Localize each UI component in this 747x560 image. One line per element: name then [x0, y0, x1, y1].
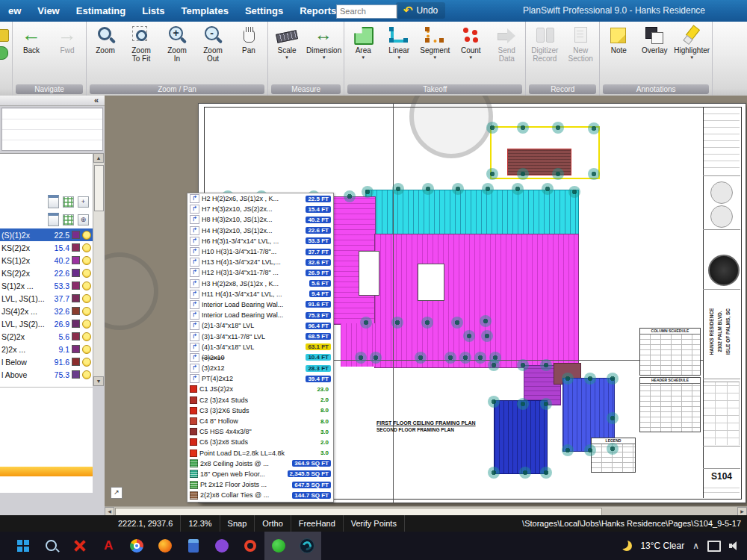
legend-row[interactable]: 2x8 Ceiling Joists @ ... 364.9 SQ FT [187, 458, 333, 469]
sidebar-takeoff-item[interactable]: S(1)2x ... 53.3 [0, 279, 93, 292]
legend-row[interactable]: H6 H(3)1-3/4"x14" LVL, ... 53.3 FT [187, 236, 333, 246]
ribbon-button[interactable]: Segment ▼ [417, 23, 453, 60]
ribbon-button[interactable]: Highlighter ▼ [672, 23, 711, 60]
visibility-bulb-icon[interactable] [82, 307, 91, 316]
sidebar-takeoff-item[interactable]: S(2)2x 5.6 [0, 330, 93, 343]
taskbar-app-button[interactable] [264, 532, 293, 560]
sidebar-takeoff-item[interactable]: JS(4)2x ... 32.6 [0, 305, 93, 317]
status-toggle[interactable]: Snap [220, 515, 255, 532]
ribbon-button[interactable]: Zoom ▼ [87, 23, 123, 55]
legend-row[interactable]: PT(4)2x12 39.4 FT [187, 373, 333, 384]
scroll-up-icon[interactable]: ▲ [93, 153, 104, 163]
status-toggle[interactable]: Ortho [255, 515, 291, 532]
legend-row[interactable]: Interior Load Bearing Wal... 75.3 FT [187, 310, 333, 320]
legend-row[interactable]: C1 JS(2)2x 23.0 [187, 384, 333, 394]
ribbon-button[interactable]: Overlay ▼ [636, 23, 672, 55]
takeoff-region-magenta[interactable] [374, 234, 579, 368]
legend-row[interactable]: H13 H(4)1-3/4"x24" LVL,... 32.6 FT [187, 257, 333, 267]
legend-row[interactable]: (3)1-3/4"x11-7/8" LVL 68.5 FT [187, 331, 333, 341]
visibility-bulb-icon[interactable] [82, 370, 91, 379]
visibility-bulb-icon[interactable] [82, 269, 91, 278]
taskbar-app-button[interactable] [66, 532, 94, 560]
legend-row[interactable]: H3 H(2)2x8, JS(1)2x , K... 5.6 FT [187, 279, 333, 289]
ribbon-button[interactable]: Digitizer Record ▼ [527, 23, 562, 63]
taskbar-app-button[interactable] [236, 532, 264, 560]
window-icon[interactable] [48, 195, 59, 208]
ribbon-button[interactable]: Fwd ▼ [49, 23, 85, 55]
visibility-bulb-icon[interactable] [82, 243, 91, 252]
legend-row[interactable]: H11 H(4)1-3/4"x14" LVL, ... 9.4 FT [187, 289, 333, 299]
visibility-bulb-icon[interactable] [82, 332, 91, 341]
menu-item[interactable]: View [29, 0, 67, 22]
scrollbar-thumb[interactable] [94, 165, 104, 211]
expand-arrow-icon[interactable]: ↗ [111, 487, 123, 499]
chevron-up-icon[interactable]: ∧ [692, 541, 699, 551]
legend-row[interactable]: (4)1-3/4"x18" LVL 63.1 FT [187, 342, 333, 352]
taskbar-app-button[interactable] [37, 532, 66, 560]
grid-icon[interactable] [63, 214, 74, 225]
legend-row[interactable]: 18" Open web Floor... 2,345.5 SQ FT [187, 469, 333, 479]
taskbar-app-button[interactable] [293, 532, 321, 560]
grid-icon[interactable] [63, 196, 74, 208]
weather-widget[interactable]: 13°C Clear [640, 541, 684, 551]
scroll-down-icon[interactable]: ▼ [93, 376, 104, 386]
visibility-bulb-icon[interactable] [82, 294, 91, 303]
sidebar-takeoff-item[interactable]: LVL, JS(1)... 37.7 [0, 292, 93, 305]
sidebar-takeoff-item[interactable]: LVL, JS(2)... 26.9 [0, 317, 93, 330]
menu-item[interactable]: Templates [173, 0, 237, 22]
legend-row[interactable]: H8 H(3)2x10, JS(1)2x... 40.2 FT [187, 214, 333, 225]
sidebar-takeoff-item[interactable]: 2)2x ... 9.1 [0, 343, 93, 355]
sidebar-takeoff-item[interactable]: l Below 91.6 [0, 355, 93, 368]
legend-row[interactable]: (3)2x10 10.4 FT [187, 352, 333, 363]
ribbon-button[interactable]: Dimension ▼ [305, 23, 343, 60]
crosshair-icon[interactable]: ⊕ [78, 214, 89, 225]
sidebar-takeoff-item[interactable]: (S)(1)2x 22.5 [0, 228, 93, 241]
collapse-panel-icon[interactable]: « [94, 96, 99, 105]
ribbon-button[interactable]: Linear ▼ [381, 23, 417, 60]
ribbon-button[interactable]: Zoom To Fit ▼ [123, 23, 159, 63]
ribbon-button[interactable]: Zoom In ▼ [159, 23, 195, 63]
sidebar-takeoff-item[interactable]: KS(2)2x 22.6 [0, 267, 93, 279]
sidebar-scrollbar[interactable]: ▲ ▼ [93, 153, 104, 386]
drawing-canvas[interactable]: FIRST FLOOR CEILING FRAMING PLAN SECOND … [105, 96, 747, 506]
legend-row[interactable]: H7 H(3)2x10, JS(2)2x... 15.4 FT [187, 204, 333, 214]
menu-item[interactable]: Estimating [68, 0, 134, 22]
search-input[interactable] [336, 4, 397, 19]
legend-row[interactable]: Interior Load Bearing Wal... 91.6 FT [187, 299, 333, 310]
takeoff-region-maroon[interactable] [507, 149, 571, 175]
ribbon-button[interactable]: Scale ▼ [269, 23, 305, 60]
visibility-bulb-icon[interactable] [82, 256, 91, 265]
legend-row[interactable]: H12 H(3)1-3/4"x11-7/8" ... 26.9 FT [187, 267, 333, 278]
legend-row[interactable]: C4 8" Hollow 8.0 [187, 416, 333, 426]
taskbar-app-button[interactable] [94, 532, 123, 560]
move-icon[interactable]: + [78, 196, 89, 208]
takeoff-region-blue[interactable] [494, 400, 548, 474]
menu-item[interactable]: Lists [134, 0, 173, 22]
visibility-bulb-icon[interactable] [82, 281, 91, 290]
legend-row[interactable]: 2(2)x8 Collar Ties @ ... 144.7 SQ FT [187, 490, 333, 500]
legend-row[interactable]: Pt 2x12 Floor Joists ... 647.5 SQ FT [187, 479, 333, 490]
volume-icon[interactable] [729, 541, 740, 551]
status-toggle[interactable]: Verify Points [344, 515, 405, 532]
undo-button[interactable]: ↶ Undo [396, 2, 445, 19]
ribbon-button[interactable]: Pan ▼ [231, 23, 267, 55]
ribbon-button[interactable]: Back ▼ [13, 23, 49, 55]
taskbar-app-button[interactable] [9, 532, 37, 560]
visibility-bulb-icon[interactable] [82, 231, 91, 240]
sidebar-takeoff-item[interactable]: KS(2)2x 15.4 [0, 241, 93, 254]
visibility-bulb-icon[interactable] [82, 320, 91, 329]
legend-row[interactable]: H2 H(2)2x6, JS(1)2x , K... 22.5 FT [187, 193, 333, 204]
taskbar-app-button[interactable] [208, 532, 236, 560]
ribbon-button[interactable]: Note ▼ [601, 23, 636, 55]
highlighted-list-item[interactable] [0, 467, 93, 476]
legend-row[interactable]: C3 (3)2X6 Studs 8.0 [187, 405, 333, 416]
legend-row[interactable]: H4 H(3)2x10, JS(1)2x... 22.6 FT [187, 225, 333, 236]
menu-item[interactable]: ew [0, 0, 29, 22]
legend-row[interactable]: C2 (3)2x4 Studs 2.0 [187, 395, 333, 405]
legend-row[interactable]: C5 HSS 4x4x3/8" 3.0 [187, 426, 333, 437]
sidebar-takeoff-item[interactable]: l Above 75.3 [0, 368, 93, 381]
legend-row[interactable]: H10 H(3)1-3/4"x11-7/8"... 37.7 FT [187, 246, 333, 257]
visibility-bulb-icon[interactable] [82, 345, 91, 354]
legend-row[interactable]: (2)1-3/4"x18" LVL 96.4 FT [187, 320, 333, 331]
ribbon-button[interactable]: Send Data ▼ [489, 23, 524, 63]
